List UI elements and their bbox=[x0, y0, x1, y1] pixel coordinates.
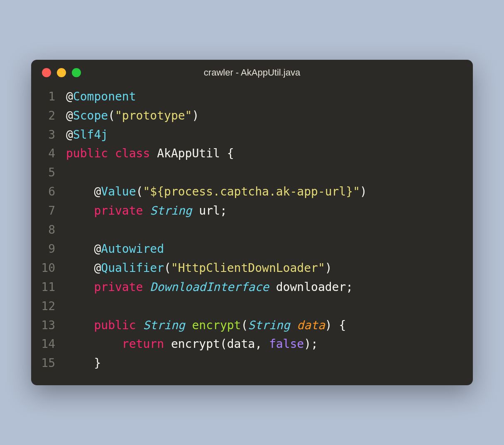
code-token: @ bbox=[66, 90, 73, 103]
code-token: private bbox=[94, 204, 143, 218]
line-content[interactable]: public String encrypt(String data) { bbox=[66, 316, 461, 335]
code-token: ) { bbox=[325, 318, 346, 332]
code-token bbox=[66, 318, 94, 332]
code-token: class bbox=[115, 147, 150, 160]
line-content[interactable]: private String url; bbox=[66, 201, 461, 220]
code-token bbox=[136, 318, 143, 332]
code-token: public bbox=[66, 147, 108, 160]
code-token: ) bbox=[325, 261, 332, 275]
code-line[interactable]: 10 @Qualifier("HttpClientDownLoader") bbox=[31, 259, 461, 278]
code-token bbox=[269, 280, 276, 294]
code-token: String bbox=[248, 318, 290, 332]
code-token: "HttpClientDownLoader" bbox=[171, 261, 325, 275]
code-line[interactable]: 2@Scope("prototype") bbox=[31, 106, 461, 125]
code-token bbox=[143, 204, 150, 218]
close-icon[interactable] bbox=[42, 68, 51, 77]
code-token bbox=[66, 337, 122, 351]
code-token: ( bbox=[108, 109, 115, 122]
code-token: Component bbox=[73, 90, 136, 103]
line-content[interactable]: @Component bbox=[66, 87, 461, 106]
code-token: String bbox=[150, 204, 192, 218]
code-token: encrypt bbox=[192, 318, 241, 332]
code-line[interactable]: 15 } bbox=[31, 354, 461, 373]
line-number: 15 bbox=[31, 354, 66, 373]
code-editor[interactable]: 1@Component2@Scope("prototype")3@Slf4j4p… bbox=[31, 81, 473, 373]
code-token: Value bbox=[101, 185, 136, 198]
code-token: url; bbox=[199, 204, 227, 218]
code-token: ) bbox=[192, 109, 199, 122]
code-line[interactable]: 9 @Autowired bbox=[31, 240, 461, 259]
code-token: @ bbox=[94, 242, 101, 256]
line-content[interactable]: @Scope("prototype") bbox=[66, 106, 461, 125]
line-number: 14 bbox=[31, 335, 66, 354]
line-number: 9 bbox=[31, 240, 66, 259]
code-token: String bbox=[143, 318, 185, 332]
editor-window: crawler - AkAppUtil.java 1@Component2@Sc… bbox=[31, 60, 473, 386]
code-token: @ bbox=[66, 128, 73, 142]
titlebar: crawler - AkAppUtil.java bbox=[31, 60, 473, 81]
code-token: DownloadInterface bbox=[150, 280, 269, 294]
code-token: ( bbox=[136, 185, 143, 198]
code-line[interactable]: 8 bbox=[31, 220, 461, 240]
code-token bbox=[66, 242, 94, 256]
code-token: downloader; bbox=[276, 280, 353, 294]
code-token: public bbox=[94, 318, 136, 332]
line-content[interactable]: @Autowired bbox=[66, 240, 461, 259]
code-token: false bbox=[269, 337, 304, 351]
window-title: crawler - AkAppUtil.java bbox=[31, 67, 473, 78]
code-token: Qualifier bbox=[101, 261, 164, 275]
code-token bbox=[143, 280, 150, 294]
line-number: 3 bbox=[31, 125, 66, 144]
code-line[interactable]: 14 return encrypt(data, false); bbox=[31, 335, 461, 354]
line-number: 8 bbox=[31, 220, 66, 240]
code-line[interactable]: 3@Slf4j bbox=[31, 125, 461, 144]
line-content[interactable]: } bbox=[66, 354, 461, 373]
line-number: 13 bbox=[31, 316, 66, 335]
code-token: private bbox=[94, 280, 143, 294]
traffic-lights bbox=[42, 68, 81, 77]
line-number: 5 bbox=[31, 163, 66, 182]
line-number: 2 bbox=[31, 106, 66, 125]
line-content[interactable]: @Slf4j bbox=[66, 125, 461, 144]
line-content[interactable]: return encrypt(data, false); bbox=[66, 335, 461, 354]
code-token: { bbox=[220, 147, 234, 160]
code-token bbox=[192, 204, 199, 218]
code-line[interactable]: 5 bbox=[31, 163, 461, 182]
line-content[interactable]: @Value("${process.captcha.ak-app-url}") bbox=[66, 182, 461, 201]
line-number: 4 bbox=[31, 144, 66, 163]
code-line[interactable]: 4public class AkAppUtil { bbox=[31, 144, 461, 163]
code-token: "prototype" bbox=[115, 109, 192, 122]
code-token bbox=[185, 318, 192, 332]
line-number: 6 bbox=[31, 182, 66, 201]
code-token: AkAppUtil bbox=[157, 147, 220, 160]
code-line[interactable]: 11 private DownloadInterface downloader; bbox=[31, 278, 461, 297]
code-token: Autowired bbox=[101, 242, 164, 256]
code-token bbox=[66, 204, 94, 218]
code-token: @ bbox=[66, 109, 73, 122]
code-token bbox=[150, 147, 157, 160]
code-token: return bbox=[122, 337, 164, 351]
code-token bbox=[66, 261, 94, 275]
line-content[interactable]: private DownloadInterface downloader; bbox=[66, 278, 461, 297]
code-token: ); bbox=[304, 337, 318, 351]
code-token bbox=[164, 337, 171, 351]
code-token: "${process.captcha.ak-app-url}" bbox=[143, 185, 360, 198]
code-token: @ bbox=[94, 261, 101, 275]
code-token bbox=[290, 318, 297, 332]
code-line[interactable]: 1@Component bbox=[31, 87, 461, 106]
line-number: 7 bbox=[31, 201, 66, 220]
line-content[interactable]: public class AkAppUtil { bbox=[66, 144, 461, 163]
line-number: 1 bbox=[31, 87, 66, 106]
code-token: @ bbox=[94, 185, 101, 198]
code-token: Slf4j bbox=[73, 128, 108, 142]
code-line[interactable]: 12 bbox=[31, 297, 461, 316]
code-token: ( bbox=[164, 261, 171, 275]
minimize-icon[interactable] bbox=[57, 68, 66, 77]
line-content[interactable]: @Qualifier("HttpClientDownLoader") bbox=[66, 259, 461, 278]
maximize-icon[interactable] bbox=[72, 68, 81, 77]
code-line[interactable]: 7 private String url; bbox=[31, 201, 461, 220]
code-token bbox=[66, 185, 94, 198]
code-line[interactable]: 6 @Value("${process.captcha.ak-app-url}"… bbox=[31, 182, 461, 201]
line-number: 11 bbox=[31, 278, 66, 297]
code-line[interactable]: 13 public String encrypt(String data) { bbox=[31, 316, 461, 335]
